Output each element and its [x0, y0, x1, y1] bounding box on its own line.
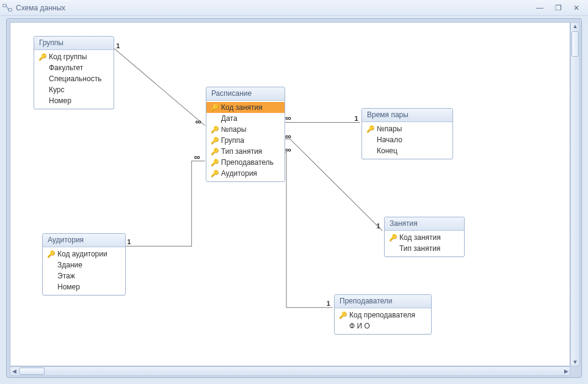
field-row[interactable]: 🔑Код занятия [385, 232, 464, 243]
field-name: Группа [221, 136, 244, 145]
scroll-down-icon[interactable]: ▼ [571, 358, 579, 366]
field-name: Тип занятия [221, 147, 262, 156]
relationships-canvas[interactable]: 1 ∞ 1 ∞ 1 ∞ 1 ∞ 1 ∞ Гр [10, 22, 570, 366]
primary-key-icon: 🔑 [367, 126, 374, 132]
table-header[interactable]: Аудитория [43, 234, 125, 247]
primary-key-icon: 🔑 [211, 104, 219, 111]
minimize-button[interactable]: — [532, 2, 548, 13]
field-name: Аудитория [221, 168, 257, 178]
table-lessons[interactable]: Занятия 🔑Код занятия🔑Тип занятия [384, 217, 465, 257]
field-row[interactable]: 🔑Факультет [34, 62, 114, 73]
field-name: Дата [221, 114, 238, 123]
primary-key-icon: 🔑 [211, 159, 219, 166]
table-fields: 🔑Код занятия🔑Тип занятия [385, 231, 464, 256]
table-fields: 🔑Код группы🔑Факультет🔑Специальность🔑Курс… [34, 50, 114, 109]
field-row[interactable]: 🔑Ф И О [335, 321, 431, 331]
field-name: Специальность [49, 74, 101, 84]
cardinality-one: 1 [116, 42, 120, 49]
titlebar[interactable]: Схема данных — ❐ ✕ [0, 0, 588, 16]
field-name: Начало [377, 135, 402, 145]
field-name: Факультет [49, 63, 83, 73]
field-row[interactable]: 🔑Специальность [34, 73, 114, 84]
svg-rect-0 [3, 4, 6, 7]
field-row[interactable]: 🔑№пары [362, 123, 452, 134]
document-frame: 1 ∞ 1 ∞ 1 ∞ 1 ∞ 1 ∞ Гр [6, 18, 582, 378]
table-timeslot[interactable]: Время пары 🔑№пары🔑Начало🔑Конец [361, 108, 453, 159]
table-schedule[interactable]: Расписание 🔑Код занятия🔑Дата🔑№пары🔑Групп… [206, 87, 285, 182]
field-row[interactable]: 🔑Номер [43, 281, 125, 292]
cardinality-many: ∞ [285, 145, 291, 154]
cardinality-one: 1 [376, 222, 380, 230]
field-row[interactable]: 🔑Тип занятия [385, 243, 464, 254]
field-row[interactable]: 🔑Здание [43, 259, 125, 270]
table-fields: 🔑Код занятия🔑Дата🔑№пары🔑Группа🔑Тип занят… [206, 101, 285, 181]
table-header[interactable]: Преподаватели [335, 295, 431, 308]
field-row[interactable]: 🔑Тип занятия [206, 146, 285, 157]
field-name: Ф И О [349, 321, 370, 331]
cardinality-many: ∞ [194, 152, 200, 162]
field-row[interactable]: 🔑Дата [206, 113, 285, 124]
field-name: №пары [221, 125, 246, 134]
close-button[interactable]: ✕ [568, 2, 584, 13]
field-row[interactable]: 🔑Группа [206, 135, 285, 146]
primary-key-icon: 🔑 [211, 137, 219, 144]
scroll-thumb-h[interactable] [19, 368, 45, 375]
scroll-thumb-v[interactable] [572, 31, 579, 57]
field-name: Здание [57, 260, 82, 270]
app-window: Схема данных — ❐ ✕ 1 ∞ 1 ∞ 1 ∞ [0, 0, 588, 384]
table-audit[interactable]: Аудитория 🔑Код аудитории🔑Здание🔑Этаж🔑Ном… [42, 233, 126, 295]
field-name: Тип занятия [399, 244, 440, 253]
primary-key-icon: 🔑 [48, 251, 55, 258]
horizontal-scrollbar[interactable]: ◀ ▶ [10, 366, 570, 376]
field-name: Преподаватель [221, 158, 274, 167]
field-name: Курс [49, 85, 65, 95]
svg-rect-1 [9, 9, 12, 11]
primary-key-icon: 🔑 [211, 170, 219, 177]
cardinality-one: 1 [327, 300, 330, 307]
table-header[interactable]: Время пары [362, 109, 452, 122]
restore-button[interactable]: ❐ [550, 2, 566, 13]
field-row[interactable]: 🔑Конец [362, 145, 452, 156]
field-row[interactable]: 🔑Код аудитории [43, 248, 125, 259]
field-row[interactable]: 🔑Код занятия [206, 102, 285, 113]
field-name: №пары [377, 124, 402, 134]
table-fields: 🔑Код преподавателя🔑Ф И О [335, 308, 431, 334]
field-name: Код занятия [399, 233, 441, 242]
table-fields: 🔑Код аудитории🔑Здание🔑Этаж🔑Номер [43, 247, 125, 295]
primary-key-icon: 🔑 [211, 126, 219, 133]
vertical-scrollbar[interactable]: ▲ ▼ [570, 22, 580, 366]
field-row[interactable]: 🔑Аудитория [206, 168, 285, 179]
relationships-icon [2, 3, 12, 13]
field-name: Код занятия [221, 103, 263, 112]
scroll-left-icon[interactable]: ◀ [10, 367, 18, 375]
field-row[interactable]: 🔑Этаж [43, 270, 125, 281]
scroll-up-icon[interactable]: ▲ [571, 23, 579, 30]
table-header[interactable]: Группы [34, 37, 114, 50]
primary-key-icon: 🔑 [339, 312, 347, 319]
field-row[interactable]: 🔑Курс [34, 84, 114, 95]
field-name: Код аудитории [57, 249, 107, 259]
field-row[interactable]: 🔑Начало [362, 134, 452, 145]
table-header[interactable]: Расписание [206, 87, 285, 101]
field-row[interactable]: 🔑Номер [34, 95, 114, 106]
cardinality-many: ∞ [285, 113, 291, 123]
window-title: Схема данных [16, 4, 65, 12]
field-name: Код группы [49, 52, 87, 62]
field-row[interactable]: 🔑Код группы [34, 51, 114, 62]
table-groups[interactable]: Группы 🔑Код группы🔑Факультет🔑Специальнос… [34, 36, 114, 109]
primary-key-icon: 🔑 [390, 234, 397, 241]
field-row[interactable]: 🔑№пары [206, 124, 285, 135]
field-row[interactable]: 🔑Код преподавателя [335, 310, 431, 321]
table-header[interactable]: Занятия [385, 217, 464, 231]
field-name: Номер [49, 96, 71, 106]
cardinality-many: ∞ [285, 131, 291, 141]
primary-key-icon: 🔑 [211, 148, 219, 155]
field-name: Конец [377, 146, 397, 156]
cardinality-one: 1 [355, 115, 358, 122]
field-name: Код преподавателя [349, 310, 415, 320]
table-teachers[interactable]: Преподаватели 🔑Код преподавателя🔑Ф И О [334, 294, 432, 335]
scroll-right-icon[interactable]: ▶ [562, 367, 570, 375]
field-name: Номер [57, 282, 80, 292]
primary-key-icon: 🔑 [39, 54, 46, 60]
field-row[interactable]: 🔑Преподаватель [206, 157, 285, 168]
